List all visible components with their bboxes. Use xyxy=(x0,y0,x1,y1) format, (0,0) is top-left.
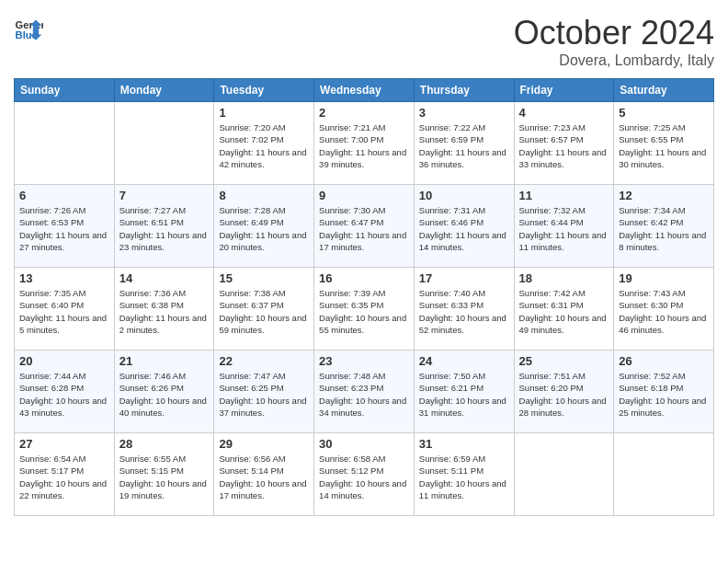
day-number: 13 xyxy=(19,271,109,285)
day-number: 1 xyxy=(219,106,309,120)
day-info: Sunrise: 7:40 AM Sunset: 6:33 PM Dayligh… xyxy=(419,287,509,336)
calendar-cell xyxy=(614,433,714,516)
day-info: Sunrise: 7:52 AM Sunset: 6:18 PM Dayligh… xyxy=(619,370,709,419)
calendar-week-4: 20Sunrise: 7:44 AM Sunset: 6:28 PM Dayli… xyxy=(15,350,714,433)
calendar-cell: 10Sunrise: 7:31 AM Sunset: 6:46 PM Dayli… xyxy=(414,185,514,268)
day-info: Sunrise: 6:59 AM Sunset: 5:11 PM Dayligh… xyxy=(419,453,509,501)
day-number: 28 xyxy=(119,437,210,451)
calendar-week-1: 1Sunrise: 7:20 AM Sunset: 7:02 PM Daylig… xyxy=(15,102,714,185)
calendar-cell: 31Sunrise: 6:59 AM Sunset: 5:11 PM Dayli… xyxy=(414,433,514,516)
calendar-cell: 21Sunrise: 7:46 AM Sunset: 6:26 PM Dayli… xyxy=(114,350,214,433)
calendar-cell: 19Sunrise: 7:43 AM Sunset: 6:30 PM Dayli… xyxy=(614,268,714,350)
day-info: Sunrise: 6:58 AM Sunset: 5:12 PM Dayligh… xyxy=(319,453,409,501)
day-info: Sunrise: 7:43 AM Sunset: 6:30 PM Dayligh… xyxy=(619,287,709,336)
day-info: Sunrise: 7:51 AM Sunset: 6:20 PM Dayligh… xyxy=(519,370,609,419)
day-info: Sunrise: 7:35 AM Sunset: 6:40 PM Dayligh… xyxy=(19,287,109,336)
calendar-cell: 15Sunrise: 7:38 AM Sunset: 6:37 PM Dayli… xyxy=(214,268,314,350)
day-number: 5 xyxy=(619,106,709,120)
calendar-cell: 28Sunrise: 6:55 AM Sunset: 5:15 PM Dayli… xyxy=(114,433,214,516)
calendar-cell: 3Sunrise: 7:22 AM Sunset: 6:59 PM Daylig… xyxy=(414,102,514,185)
day-info: Sunrise: 7:23 AM Sunset: 6:57 PM Dayligh… xyxy=(519,121,609,170)
day-info: Sunrise: 7:21 AM Sunset: 7:00 PM Dayligh… xyxy=(319,121,409,170)
day-number: 6 xyxy=(19,189,109,202)
weekday-header-sunday: Sunday xyxy=(15,79,115,102)
day-info: Sunrise: 7:44 AM Sunset: 6:28 PM Dayligh… xyxy=(19,370,109,419)
day-number: 31 xyxy=(419,437,509,451)
calendar-cell: 26Sunrise: 7:52 AM Sunset: 6:18 PM Dayli… xyxy=(614,350,714,433)
day-info: Sunrise: 7:30 AM Sunset: 6:47 PM Dayligh… xyxy=(319,204,409,253)
day-number: 24 xyxy=(419,354,509,368)
calendar-cell: 29Sunrise: 6:56 AM Sunset: 5:14 PM Dayli… xyxy=(214,433,314,516)
day-info: Sunrise: 7:46 AM Sunset: 6:26 PM Dayligh… xyxy=(119,370,210,419)
calendar-cell xyxy=(114,102,214,185)
location-subtitle: Dovera, Lombardy, Italy xyxy=(514,52,714,69)
calendar-cell: 6Sunrise: 7:26 AM Sunset: 6:53 PM Daylig… xyxy=(15,185,115,268)
page-header: General Blue October 2024 Dovera, Lombar… xyxy=(14,14,714,69)
day-number: 11 xyxy=(519,189,609,202)
day-number: 12 xyxy=(619,189,709,202)
day-number: 29 xyxy=(219,437,309,451)
logo-icon: General Blue xyxy=(14,14,43,43)
day-number: 10 xyxy=(419,189,509,202)
weekday-header-row: SundayMondayTuesdayWednesdayThursdayFrid… xyxy=(15,79,714,102)
calendar-cell: 25Sunrise: 7:51 AM Sunset: 6:20 PM Dayli… xyxy=(514,350,614,433)
day-info: Sunrise: 7:48 AM Sunset: 6:23 PM Dayligh… xyxy=(319,370,409,419)
calendar-cell: 1Sunrise: 7:20 AM Sunset: 7:02 PM Daylig… xyxy=(214,102,314,185)
calendar-cell xyxy=(15,102,115,185)
day-info: Sunrise: 7:31 AM Sunset: 6:46 PM Dayligh… xyxy=(419,204,509,253)
calendar-cell: 13Sunrise: 7:35 AM Sunset: 6:40 PM Dayli… xyxy=(15,268,115,350)
logo: General Blue xyxy=(14,14,43,43)
day-info: Sunrise: 7:34 AM Sunset: 6:42 PM Dayligh… xyxy=(619,204,709,253)
calendar-cell: 5Sunrise: 7:25 AM Sunset: 6:55 PM Daylig… xyxy=(614,102,714,185)
calendar-cell: 23Sunrise: 7:48 AM Sunset: 6:23 PM Dayli… xyxy=(314,350,415,433)
calendar-table: SundayMondayTuesdayWednesdayThursdayFrid… xyxy=(14,78,714,516)
day-info: Sunrise: 7:27 AM Sunset: 6:51 PM Dayligh… xyxy=(119,204,210,253)
day-number: 30 xyxy=(319,437,409,451)
weekday-header-tuesday: Tuesday xyxy=(214,79,314,102)
weekday-header-thursday: Thursday xyxy=(414,79,514,102)
weekday-header-saturday: Saturday xyxy=(614,79,714,102)
day-number: 19 xyxy=(619,271,709,285)
weekday-header-wednesday: Wednesday xyxy=(314,79,415,102)
day-number: 26 xyxy=(619,354,709,368)
calendar-cell: 2Sunrise: 7:21 AM Sunset: 7:00 PM Daylig… xyxy=(314,102,415,185)
calendar-week-5: 27Sunrise: 6:54 AM Sunset: 5:17 PM Dayli… xyxy=(15,433,714,516)
title-area: October 2024 Dovera, Lombardy, Italy xyxy=(514,14,714,69)
day-info: Sunrise: 7:22 AM Sunset: 6:59 PM Dayligh… xyxy=(419,121,509,170)
day-info: Sunrise: 6:54 AM Sunset: 5:17 PM Dayligh… xyxy=(19,453,109,501)
day-info: Sunrise: 7:26 AM Sunset: 6:53 PM Dayligh… xyxy=(19,204,109,253)
calendar-cell: 12Sunrise: 7:34 AM Sunset: 6:42 PM Dayli… xyxy=(614,185,714,268)
day-number: 21 xyxy=(119,354,210,368)
weekday-header-friday: Friday xyxy=(514,79,614,102)
calendar-cell: 17Sunrise: 7:40 AM Sunset: 6:33 PM Dayli… xyxy=(414,268,514,350)
calendar-cell: 9Sunrise: 7:30 AM Sunset: 6:47 PM Daylig… xyxy=(314,185,415,268)
day-info: Sunrise: 7:32 AM Sunset: 6:44 PM Dayligh… xyxy=(519,204,609,253)
day-number: 7 xyxy=(119,189,210,202)
day-info: Sunrise: 6:56 AM Sunset: 5:14 PM Dayligh… xyxy=(219,453,309,501)
day-number: 2 xyxy=(319,106,409,120)
month-title: October 2024 xyxy=(514,14,714,52)
day-number: 8 xyxy=(219,189,309,202)
day-info: Sunrise: 7:47 AM Sunset: 6:25 PM Dayligh… xyxy=(219,370,309,419)
day-info: Sunrise: 6:55 AM Sunset: 5:15 PM Dayligh… xyxy=(119,453,210,501)
calendar-week-2: 6Sunrise: 7:26 AM Sunset: 6:53 PM Daylig… xyxy=(15,185,714,268)
day-number: 17 xyxy=(419,271,509,285)
day-number: 15 xyxy=(219,271,309,285)
calendar-cell: 16Sunrise: 7:39 AM Sunset: 6:35 PM Dayli… xyxy=(314,268,415,350)
weekday-header-monday: Monday xyxy=(114,79,214,102)
calendar-cell: 7Sunrise: 7:27 AM Sunset: 6:51 PM Daylig… xyxy=(114,185,214,268)
day-number: 23 xyxy=(319,354,409,368)
calendar-cell: 8Sunrise: 7:28 AM Sunset: 6:49 PM Daylig… xyxy=(214,185,314,268)
day-number: 27 xyxy=(19,437,109,451)
calendar-week-3: 13Sunrise: 7:35 AM Sunset: 6:40 PM Dayli… xyxy=(15,268,714,350)
day-number: 22 xyxy=(219,354,309,368)
day-info: Sunrise: 7:38 AM Sunset: 6:37 PM Dayligh… xyxy=(219,287,309,336)
calendar-cell: 18Sunrise: 7:42 AM Sunset: 6:31 PM Dayli… xyxy=(514,268,614,350)
calendar-cell: 4Sunrise: 7:23 AM Sunset: 6:57 PM Daylig… xyxy=(514,102,614,185)
calendar-cell: 30Sunrise: 6:58 AM Sunset: 5:12 PM Dayli… xyxy=(314,433,415,516)
day-info: Sunrise: 7:25 AM Sunset: 6:55 PM Dayligh… xyxy=(619,121,709,170)
day-info: Sunrise: 7:28 AM Sunset: 6:49 PM Dayligh… xyxy=(219,204,309,253)
calendar-cell xyxy=(514,433,614,516)
calendar-cell: 24Sunrise: 7:50 AM Sunset: 6:21 PM Dayli… xyxy=(414,350,514,433)
calendar-cell: 22Sunrise: 7:47 AM Sunset: 6:25 PM Dayli… xyxy=(214,350,314,433)
